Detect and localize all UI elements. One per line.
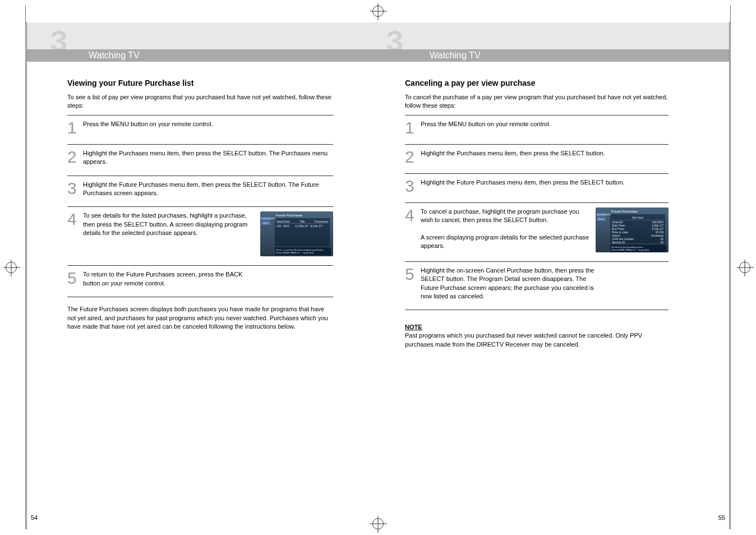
step-text: Highlight the Future Purchases menu item… — [83, 181, 333, 198]
row-chan: 120 — [276, 224, 281, 228]
step-text: Highlight the Purchases menu item, then … — [83, 149, 333, 167]
note-heading: NOTE — [405, 324, 669, 330]
step-text: Press the MENU button on your remote con… — [83, 120, 333, 128]
row-start: 11:00a 1/7 — [295, 224, 308, 228]
step-number: 4 — [405, 207, 417, 223]
page-spread: 3 Watching TV Viewing your Future Purcha… — [0, 0, 756, 535]
step-3: 3 Highlight the Future Purchases menu it… — [405, 173, 669, 202]
screenshot-heading: Die Hard — [612, 216, 663, 220]
step-text-part1: To cancel a purchase, highlight the prog… — [421, 208, 579, 223]
step-number: 3 — [405, 178, 417, 193]
step-5: 5 Highlight the on-screen Cancel Purchas… — [405, 261, 669, 310]
step-text: Highlight the Future Purchases menu item… — [421, 178, 669, 187]
step-text: To cancel a purchase, highlight the prog… — [421, 207, 590, 251]
step-1: 1 Press the MENU button on your remote c… — [405, 115, 669, 144]
left-content: Viewing your Future Purchase list To see… — [67, 79, 333, 331]
chapter-title: Watching TV — [27, 49, 378, 62]
step-4: 4 To see details for the listed purchase… — [67, 206, 333, 265]
row-title: MAX — [283, 224, 289, 228]
steps-list: 1 Press the MENU button on your remote c… — [405, 115, 669, 311]
step-1: 1 Press the MENU button on your remote c… — [67, 115, 333, 144]
margin-rule-inner — [26, 22, 27, 529]
steps-list: 1 Press the MENU button on your remote c… — [67, 115, 333, 297]
step-number: 5 — [405, 266, 417, 282]
step-number: 2 — [67, 149, 80, 164]
note-text: Past programs which you purchased but ne… — [405, 331, 669, 349]
detail-value: 23 — [660, 241, 663, 244]
screenshot-title: Future Purchases — [611, 210, 666, 213]
margin-rule — [25, 6, 26, 529]
col-header: Date/Chan — [276, 220, 290, 223]
screenshot-sidebar-label: PURCHASES — [261, 217, 270, 220]
screenshot-back-button: Back — [597, 218, 606, 221]
step-number: 1 — [405, 120, 417, 135]
step-4: 4 To cancel a purchase, highlight the pr… — [405, 202, 669, 261]
screenshot-footer: Go back to the preceding menu. Press GUI… — [610, 245, 666, 252]
col-header: Title — [299, 220, 305, 223]
page-number: 54 — [31, 514, 38, 521]
screenshot-title: Future Purchases — [276, 214, 331, 217]
screenshot-footer: Press ↓ to review the future program pur… — [275, 247, 331, 255]
step-text: Highlight the Purchases menu item, then … — [421, 149, 669, 158]
intro-text: To cancel the purchase of a pay per view… — [405, 93, 669, 110]
step-number: 1 — [67, 120, 80, 135]
footer-paragraph: The Future Purchases screen displays bot… — [67, 305, 333, 331]
step-2: 2 Highlight the Purchases menu item, the… — [405, 144, 669, 173]
screenshot-panel: Date/Chan Title Purchased 120 MAX 11:00a… — [275, 218, 330, 246]
right-page: 3 Watching TV Canceling a pay per view p… — [378, 0, 756, 535]
row-viewed: 6:14a 1/7 — [311, 224, 322, 228]
screenshot-footer-line2: Press GUIDE, MENU or ← to go back. — [276, 251, 330, 254]
screenshot-back-button: Back — [261, 222, 270, 225]
step-text: To return to the Future Purchases screen… — [83, 270, 257, 288]
step-number: 3 — [67, 181, 80, 196]
step-5: 5 To return to the Future Purchases scre… — [67, 265, 333, 297]
step-number: 2 — [405, 149, 417, 164]
step-text: Highlight the on-screen Cancel Purchase … — [421, 266, 594, 301]
margin-rule-inner — [729, 22, 730, 529]
screenshot-panel: Die Hard Channel:120 MAX Start Time:1:00… — [610, 214, 665, 243]
step-3: 3 Highlight the Future Purchases menu it… — [67, 176, 333, 207]
step-text-part2: A screen displaying program details for … — [421, 234, 589, 249]
screenshot-sidebar-label: PURCHASES — [597, 213, 606, 216]
screenshot-future-purchases-list: PURCHASES Back Future Purchases Date/Cha… — [260, 211, 333, 256]
step-number: 5 — [67, 270, 80, 285]
left-page: 3 Watching TV Viewing your Future Purcha… — [0, 0, 378, 535]
margin-rule — [730, 6, 731, 529]
col-header: Purchased — [315, 220, 328, 223]
screenshot-future-purchases-detail: PURCHASES Back Future Purchases Die Hard… — [596, 207, 669, 252]
section-title: Viewing your Future Purchase list — [67, 79, 333, 87]
chapter-banner-bg — [378, 22, 729, 49]
detail-label: Service ID: — [612, 241, 625, 244]
step-2: 2 Highlight the Purchases menu item, the… — [67, 144, 333, 176]
right-content: Canceling a pay per view purchase To can… — [405, 79, 669, 349]
intro-text: To see a list of pay per view programs t… — [67, 93, 333, 110]
screenshot-footer-line2: Press GUIDE, MENU or ← to go back. — [611, 248, 665, 251]
step-text: Press the MENU button on your remote con… — [421, 120, 669, 128]
step-number: 4 — [67, 211, 80, 227]
chapter-title: Watching TV — [378, 49, 729, 62]
step-text: To see details for the listed purchases,… — [83, 211, 255, 237]
chapter-banner-bg — [27, 22, 378, 49]
page-number: 55 — [718, 514, 725, 521]
section-title: Canceling a pay per view purchase — [405, 79, 669, 87]
